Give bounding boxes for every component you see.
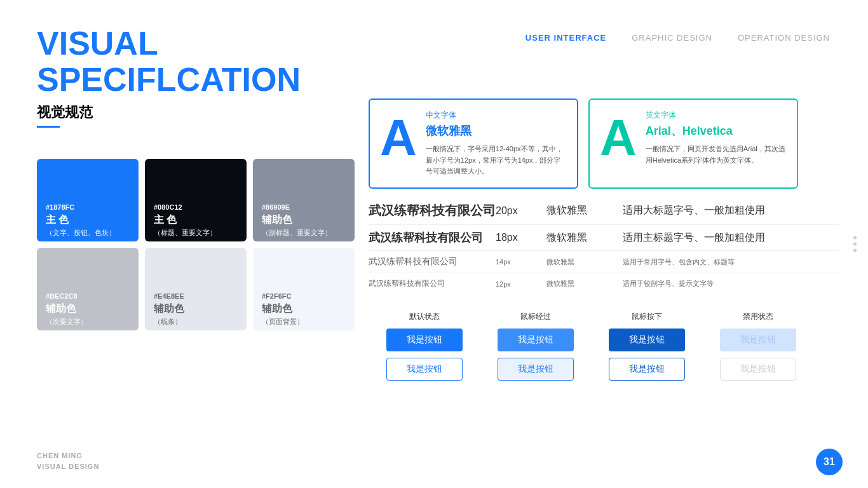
typo-company-2: 武汉练帮科技有限公司 bbox=[369, 256, 496, 268]
page-number: 31 bbox=[816, 449, 843, 475]
font-name-1: Arial、Helvetica bbox=[646, 123, 787, 139]
typo-usage-2: 适用于常用字号、包含内文、标题等 bbox=[623, 257, 839, 267]
swatch-4: #E4E8EE 辅助色 （线条） bbox=[145, 248, 247, 330]
swatch-name-4: 辅助色 bbox=[154, 302, 238, 316]
title-zh: 视觉规范 bbox=[37, 103, 301, 122]
typo-size-0: 20px bbox=[496, 205, 546, 217]
font-desc-1: 一般情况下，网页开发首先选用Arial，其次选用Helvetica系列字体作为英… bbox=[646, 144, 787, 166]
btn-row-1: 我是按钮我是按钮我是按钮我是按钮 bbox=[369, 358, 839, 381]
swatch-name-1: 主 色 bbox=[154, 214, 238, 227]
typo-row-2: 武汉练帮科技有限公司 14px 微软雅黑 适用于常用字号、包含内文、标题等 bbox=[369, 251, 839, 273]
swatch-desc-1: （标题、重要文字） bbox=[154, 228, 238, 238]
font-letter-1: A bbox=[600, 112, 637, 163]
swatch-name-0: 主 色 bbox=[46, 214, 130, 227]
swatches-area: #1878FC 主 色 （文字、按钮、色块） #080C12 主 色 （标题、重… bbox=[37, 159, 355, 330]
btn-state-label-3: 禁用状态 bbox=[702, 311, 813, 322]
btn-filled-disabled: 我是按钮 bbox=[720, 329, 796, 351]
nav-item-operation-design[interactable]: OPERATION DESIGN bbox=[738, 33, 830, 43]
swatch-desc-5: （页面背景） bbox=[262, 317, 346, 327]
swatch-hex-3: #BEC2C8 bbox=[46, 292, 130, 300]
swatch-name-3: 辅助色 bbox=[46, 302, 130, 316]
title-underline bbox=[37, 126, 60, 128]
swatch-hex-1: #080C12 bbox=[154, 203, 238, 211]
font-section: A 中文字体 微软雅黑 一般情况下，字号采用12-40px不等，其中，最小字号为… bbox=[369, 98, 798, 189]
font-category-0: 中文字体 bbox=[426, 110, 567, 121]
swatch-hex-2: #86909E bbox=[262, 203, 346, 211]
btn-outline-press[interactable]: 我是按钮 bbox=[609, 358, 685, 381]
btn-cell-1-0: 我是按钮 bbox=[369, 358, 480, 381]
swatch-0: #1878FC 主 色 （文字、按钮、色块） bbox=[37, 159, 139, 241]
typography-table: 武汉练帮科技有限公司 20px 微软雅黑 适用大标题字号、一般加粗使用 武汉练帮… bbox=[369, 197, 839, 294]
swatch-desc-3: （次要文字） bbox=[46, 317, 130, 327]
dot-3 bbox=[853, 249, 857, 252]
typo-company-0: 武汉练帮科技有限公司 bbox=[369, 202, 496, 219]
typo-size-3: 12px bbox=[496, 280, 546, 288]
footer-line1: CHEN MING bbox=[37, 451, 99, 462]
swatch-name-5: 辅助色 bbox=[262, 302, 346, 316]
swatch-5: #F2F6FC 辅助色 （页面背景） bbox=[253, 248, 355, 330]
btn-cell-1-3: 我是按钮 bbox=[702, 358, 813, 381]
title-line2: SPECIFLCATION bbox=[37, 61, 301, 98]
swatch-hex-0: #1878FC bbox=[46, 203, 130, 211]
btn-filled-normal[interactable]: 我是按钮 bbox=[386, 329, 463, 351]
btn-filled-hover[interactable]: 我是按钮 bbox=[498, 329, 574, 351]
btn-state-label-0: 默认状态 bbox=[369, 311, 480, 322]
btn-outline-disabled: 我是按钮 bbox=[720, 358, 796, 381]
font-card-english: A 英文字体 Arial、Helvetica 一般情况下，网页开发首先选用Ari… bbox=[588, 98, 798, 189]
btn-cell-0-1: 我是按钮 bbox=[480, 329, 591, 351]
dot-2 bbox=[853, 243, 857, 246]
typo-font-1: 微软雅黑 bbox=[546, 231, 623, 245]
typo-size-1: 18px bbox=[496, 232, 546, 243]
swatch-hex-4: #E4E8EE bbox=[154, 292, 238, 300]
font-desc-0: 一般情况下，字号采用12-40px不等，其中，最小字号为12px，常用字号为14… bbox=[426, 144, 567, 177]
typo-row-3: 武汉练帮科技有限公司 12px 微软雅黑 适用于较副字号、提示文字等 bbox=[369, 273, 839, 294]
font-letter-0: A bbox=[380, 112, 417, 163]
btn-filled-press[interactable]: 我是按钮 bbox=[609, 329, 685, 351]
btn-outline-normal[interactable]: 我是按钮 bbox=[386, 358, 463, 381]
btn-state-label-2: 鼠标按下 bbox=[591, 311, 702, 322]
title-line1: VISUAL bbox=[37, 25, 158, 62]
typo-font-0: 微软雅黑 bbox=[546, 204, 623, 217]
btn-cell-1-1: 我是按钮 bbox=[480, 358, 591, 381]
btn-states-header: 默认状态鼠标经过鼠标按下禁用状态 bbox=[369, 311, 839, 322]
button-states: 默认状态鼠标经过鼠标按下禁用状态我是按钮我是按钮我是按钮我是按钮我是按钮我是按钮… bbox=[369, 311, 839, 387]
swatch-desc-2: （副标题、重要文字） bbox=[262, 228, 346, 238]
footer-line2: VISUAL DESIGN bbox=[37, 461, 99, 473]
typo-row-1: 武汉练帮科技有限公司 18px 微软雅黑 适用主标题字号、一般加粗使用 bbox=[369, 225, 839, 251]
swatch-hex-5: #F2F6FC bbox=[262, 292, 346, 300]
btn-outline-hover[interactable]: 我是按钮 bbox=[498, 358, 574, 381]
btn-cell-0-0: 我是按钮 bbox=[369, 329, 480, 351]
font-info-1: 英文字体 Arial、Helvetica 一般情况下，网页开发首先选用Arial… bbox=[646, 110, 787, 166]
typo-company-3: 武汉练帮科技有限公司 bbox=[369, 278, 496, 289]
title-en: VISUAL SPECIFLCATION bbox=[37, 25, 301, 98]
title-area: VISUAL SPECIFLCATION 视觉规范 bbox=[37, 25, 301, 128]
typo-font-3: 微软雅黑 bbox=[546, 279, 623, 288]
swatch-3: #BEC2C8 辅助色 （次要文字） bbox=[37, 248, 139, 330]
btn-cell-1-2: 我是按钮 bbox=[591, 358, 702, 381]
btn-cell-0-3: 我是按钮 bbox=[702, 329, 813, 351]
font-info-0: 中文字体 微软雅黑 一般情况下，字号采用12-40px不等，其中，最小字号为12… bbox=[426, 110, 567, 177]
swatch-1: #080C12 主 色 （标题、重要文字） bbox=[145, 159, 247, 241]
font-card-chinese: A 中文字体 微软雅黑 一般情况下，字号采用12-40px不等，其中，最小字号为… bbox=[369, 98, 578, 189]
footer: CHEN MING VISUAL DESIGN bbox=[37, 451, 99, 473]
font-category-1: 英文字体 bbox=[646, 110, 787, 121]
font-name-0: 微软雅黑 bbox=[426, 123, 567, 139]
dot-1 bbox=[853, 236, 857, 240]
typo-usage-3: 适用于较副字号、提示文字等 bbox=[623, 279, 839, 288]
nav-item-user-interface[interactable]: USER INTERFACE bbox=[526, 33, 606, 43]
swatch-name-2: 辅助色 bbox=[262, 214, 346, 227]
typo-usage-1: 适用主标题字号、一般加粗使用 bbox=[623, 231, 839, 245]
typo-row-0: 武汉练帮科技有限公司 20px 微软雅黑 适用大标题字号、一般加粗使用 bbox=[369, 197, 839, 225]
dots-menu[interactable] bbox=[853, 236, 857, 252]
typo-font-2: 微软雅黑 bbox=[546, 257, 623, 267]
btn-state-label-1: 鼠标经过 bbox=[480, 311, 591, 322]
typo-size-2: 14px bbox=[496, 258, 546, 266]
nav-item-graphic-design[interactable]: GRAPHIC DESIGN bbox=[632, 33, 712, 43]
top-navigation: USER INTERFACEGRAPHIC DESIGNOPERATION DE… bbox=[526, 33, 830, 43]
swatch-desc-4: （线条） bbox=[154, 317, 238, 327]
btn-row-0: 我是按钮我是按钮我是按钮我是按钮 bbox=[369, 329, 839, 351]
swatch-2: #86909E 辅助色 （副标题、重要文字） bbox=[253, 159, 355, 241]
typo-company-1: 武汉练帮科技有限公司 bbox=[369, 230, 496, 245]
typo-usage-0: 适用大标题字号、一般加粗使用 bbox=[623, 204, 839, 217]
btn-cell-0-2: 我是按钮 bbox=[591, 329, 702, 351]
